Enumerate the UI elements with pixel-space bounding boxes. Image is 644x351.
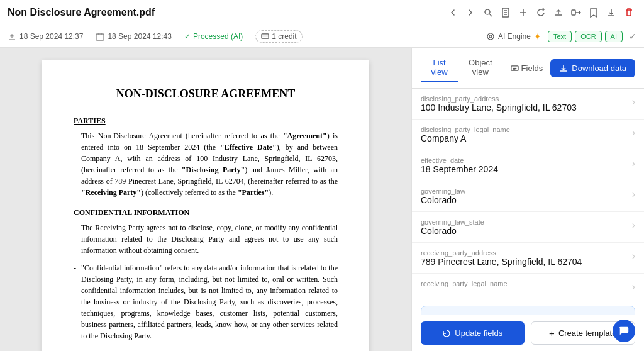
field-item-governing-law-state[interactable]: governing_law_state Colorado ›	[412, 212, 644, 243]
pdf-heading: NON-DISCLOSURE AGREEMENT	[74, 86, 338, 103]
field-item-disclosing-legal[interactable]: disclosing_party_legal_name Company A ›	[412, 120, 644, 150]
status-badge: Processed (AI)	[184, 32, 243, 41]
nav-back-button[interactable]	[445, 5, 460, 20]
update-fields-button[interactable]: Update fields	[421, 321, 525, 345]
list-item: This Non-Disclosure Agreement (hereinaft…	[74, 130, 338, 198]
bookmark-button[interactable]	[586, 5, 601, 20]
tag-ai: AI	[605, 31, 623, 42]
refresh-button[interactable]	[533, 5, 548, 20]
svg-rect-8	[572, 10, 575, 15]
pdf-page: NON-DISCLOSURE AGREEMENT PARTIES This No…	[42, 60, 369, 351]
chevron-down-icon: ›	[632, 158, 635, 169]
zoom-button[interactable]	[480, 5, 496, 20]
document-icon-button[interactable]	[498, 5, 513, 20]
chevron-down-icon: ›	[632, 189, 635, 200]
chevron-down-icon: ›	[632, 281, 635, 292]
svg-rect-9	[96, 34, 104, 40]
top-bar-left: Non Disclosure Agreement.pdf	[8, 7, 155, 18]
pdf-section-parties: PARTIES	[74, 115, 338, 126]
top-bar: Non Disclosure Agreement.pdf	[0, 0, 644, 25]
nav-forward-button[interactable]	[463, 5, 478, 20]
chevron-down-icon: ›	[632, 127, 635, 138]
upload-button[interactable]	[551, 5, 566, 20]
right-panel: List view Object view Fields Download da…	[411, 48, 644, 351]
svg-line-1	[489, 14, 492, 16]
list-item: The Receiving Party agrees not to disclo…	[74, 222, 338, 256]
field-item-disclosing-address[interactable]: disclosing_party_address 100 Industry La…	[412, 89, 644, 120]
tag-group: Text OCR AI	[548, 31, 623, 42]
field-item-effective-date[interactable]: effective_date 18 September 2024 ›	[412, 150, 644, 181]
sub-bar-right: AI Engine ✦ Text OCR AI ✓	[486, 31, 636, 42]
chat-button[interactable]	[613, 320, 635, 342]
view-tabs: List view Object view Fields	[421, 54, 550, 82]
tab-list-view[interactable]: List view	[421, 54, 458, 82]
processed-date: 18 Sep 2024 12:43	[96, 32, 171, 41]
panel-header: List view Object view Fields Download da…	[412, 48, 644, 89]
pdf-list-parties: This Non-Disclosure Agreement (hereinaft…	[74, 130, 338, 198]
tab-fields[interactable]: Fields	[503, 54, 551, 82]
download-data-button[interactable]: Download data	[550, 59, 635, 77]
info-box: ℹ Not the data you were looking for? Upd…	[421, 306, 635, 315]
upload-date: 18 Sep 2024 12:37	[8, 32, 83, 41]
field-item-receiving-address[interactable]: receiving_party_address 789 Pinecrest La…	[412, 243, 644, 274]
main-content: NON-DISCLOSURE AGREEMENT PARTIES This No…	[0, 48, 644, 351]
tag-text: Text	[548, 31, 572, 42]
list-item: "Confidential information" refers to any…	[74, 262, 338, 342]
document-title: Non Disclosure Agreement.pdf	[8, 7, 155, 18]
tab-object-view[interactable]: Object view	[458, 54, 502, 82]
download-nav-button[interactable]	[604, 5, 619, 20]
sub-bar: 18 Sep 2024 12:37 18 Sep 2024 12:43 Proc…	[0, 25, 644, 48]
delete-button[interactable]	[621, 5, 636, 20]
panel-footer: Update fields + Create template	[412, 315, 644, 351]
ai-engine-selector[interactable]: AI Engine ✦	[486, 31, 541, 42]
add-button[interactable]	[516, 5, 531, 20]
top-bar-nav	[445, 5, 636, 20]
svg-point-0	[485, 9, 490, 14]
share-button[interactable]	[569, 5, 584, 20]
sub-bar-left: 18 Sep 2024 12:37 18 Sep 2024 12:43 Proc…	[8, 30, 303, 43]
checkmark-icon[interactable]: ✓	[629, 31, 636, 42]
field-item-governing-law[interactable]: governing_law Colorado ›	[412, 181, 644, 212]
chevron-down-icon: ›	[632, 250, 635, 262]
pdf-viewer[interactable]: NON-DISCLOSURE AGREEMENT PARTIES This No…	[0, 48, 411, 351]
pdf-section-confidential: CONFIDENTIAL INFORMATION	[74, 207, 338, 218]
chevron-down-icon: ›	[632, 220, 635, 231]
credit-badge: 1 credit	[255, 30, 302, 43]
tag-ocr: OCR	[575, 31, 601, 42]
pdf-list-confidential: The Receiving Party agrees not to disclo…	[74, 222, 338, 342]
svg-point-14	[487, 33, 494, 40]
chevron-down-icon: ›	[632, 96, 635, 108]
fields-list: disclosing_party_address 100 Industry La…	[412, 89, 644, 315]
field-item-receiving-legal[interactable]: receiving_party_legal_name ›	[412, 274, 644, 299]
